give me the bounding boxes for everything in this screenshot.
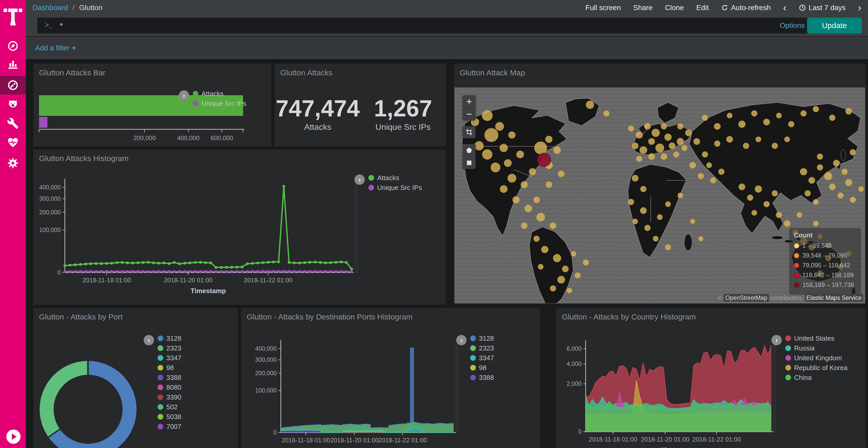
legend-item[interactable]: Russia [785,345,847,351]
legend-item[interactable]: 8080 [158,384,181,391]
legend-label: 3347 [479,354,494,362]
legend-item[interactable]: 3128 [470,335,494,342]
legend-item[interactable]: 3390 [158,394,181,401]
legend-label: United Kingdom [794,354,842,362]
legend-label: 3388 [166,374,181,382]
osm-link[interactable]: OpenStreetMap [724,294,769,302]
sidebar-item-discover[interactable] [0,37,26,55]
clock-icon [799,4,806,11]
legend-color-dot [158,384,163,390]
search-input[interactable]: >_ * Options [37,18,812,34]
terminal-prompt-icon: >_ [45,22,53,29]
legend-color-dot [785,365,791,371]
attacks-by-port-donut[interactable] [34,308,238,448]
compass-icon [7,40,19,52]
legend-label: 5038 [166,413,181,421]
legend-item[interactable]: Unique Src IPs [368,184,422,191]
legend-item[interactable]: 3347 [470,354,494,361]
legend-label: 3347 [166,354,181,362]
legend-item[interactable]: Attacks [368,174,422,181]
map-zoom-in-button[interactable]: + [463,95,475,108]
legend-label: 8080 [166,383,181,391]
sidebar-item-management[interactable] [0,154,26,172]
map-legend-dot [794,243,799,248]
svg-text:100,000: 100,000 [255,387,277,394]
map-draw-polygon-button[interactable] [463,144,475,157]
svg-text:2018-11-20 01:00: 2018-11-20 01:00 [330,437,379,444]
legend-item[interactable]: 2323 [158,345,181,351]
map-legend-label: 158,189 – 197,736 [802,281,854,288]
attacks-histogram-chart[interactable]: 0100,000200,000300,000400,0002018-11-18 … [34,150,445,305]
share-button[interactable]: Share [633,4,653,12]
sidebar-item-tpot[interactable] [0,95,26,113]
sidebar-item-monitoring[interactable] [0,133,26,152]
svg-text:Timestamp: Timestamp [191,287,226,295]
add-filter-button[interactable]: Add a filter + [35,44,76,52]
legend-label: 3128 [166,335,181,342]
map-attribution: © OpenStreetMap contributors, Elastic Ma… [718,295,863,302]
legend-item[interactable]: United States [785,335,847,342]
svg-text:2018-11-20 01:00: 2018-11-20 01:00 [641,436,689,443]
edit-button[interactable]: Edit [696,4,709,12]
legend-item[interactable]: 98 [158,365,181,371]
ems-link[interactable]: Elastic Maps Service [805,294,863,302]
legend-label: Russia [794,344,814,352]
dest-ports-histogram-chart[interactable]: 0100,000200,000300,000400,0002018-11-18 … [242,308,540,448]
legend-item[interactable]: 98 [470,365,494,371]
histogram-legend: › AttacksUnique Src IPs [354,174,422,194]
legend-toggle-icon[interactable]: › [179,90,189,101]
sidebar-item-visualize[interactable] [0,55,26,74]
panel-title: Glutton Attack Map [460,68,525,77]
sidebar-item-devtools[interactable] [0,114,26,133]
legend-item[interactable]: 3347 [158,354,181,361]
legend-item[interactable]: China [785,374,847,381]
time-forward-button[interactable]: › [858,4,861,11]
map-zoom-out-button[interactable]: − [463,108,475,120]
legend-item[interactable]: Attacks [193,90,246,97]
legend-color-dot [785,355,791,361]
world-map[interactable]: + − [455,88,865,304]
update-button[interactable]: Update [807,18,862,34]
legend-item[interactable]: 502 [158,404,181,410]
legend-toggle-icon[interactable]: › [456,335,467,345]
clone-button[interactable]: Clone [665,4,684,12]
options-link[interactable]: Options [780,22,805,30]
auto-refresh-button[interactable]: Auto-refresh [721,4,771,12]
legend-item[interactable]: 3388 [158,374,181,381]
sidebar-item-dashboard[interactable] [0,76,26,95]
panel-title: Glutton Attacks [280,68,333,77]
svg-text:400,000: 400,000 [255,345,277,352]
pentagon-icon [466,146,473,154]
legend-item[interactable]: Republic of Korea [785,365,847,371]
svg-text:2018-11-22 01:00: 2018-11-22 01:00 [378,437,427,444]
svg-text:0: 0 [273,429,277,436]
full-screen-button[interactable]: Full screen [585,4,621,12]
square-icon [466,160,472,166]
legend-item[interactable]: United Kingdom [785,354,847,361]
time-range-picker[interactable]: Last 7 days [799,4,845,12]
metric-unique-src-ips: 1,267 Unique Src IPs [361,95,445,132]
legend-item[interactable]: 3388 [470,374,494,381]
time-back-button[interactable]: ‹ [783,4,786,11]
legend-toggle-icon[interactable]: › [144,335,154,345]
legend-item[interactable]: 7007 [158,423,181,430]
legend-item[interactable]: 2323 [470,345,494,351]
legend-label: 98 [479,364,487,372]
t-mobile-logo[interactable] [4,4,22,26]
map-draw-rectangle-button[interactable] [463,157,475,169]
collapse-play-icon[interactable] [6,429,21,444]
heart-pulse-icon [7,137,19,149]
legend-color-dot [158,404,163,410]
legend-item[interactable]: 3128 [158,335,181,342]
legend-toggle-icon[interactable]: › [771,335,782,345]
map-fit-bounds-button[interactable] [463,126,475,138]
legend-label: 7007 [166,423,181,431]
legend-toggle-icon[interactable]: › [354,174,365,185]
breadcrumb-dashboard-link[interactable]: Dashboard [33,4,68,12]
legend-item[interactable]: Unique Src IPs [193,100,246,107]
legend-item[interactable]: 5038 [158,413,181,420]
legend-label: 3390 [166,393,181,401]
svg-text:0: 0 [57,269,61,276]
map-legend-item: 39,548 – 79,095 [794,252,857,259]
svg-text:200,000: 200,000 [39,209,61,216]
